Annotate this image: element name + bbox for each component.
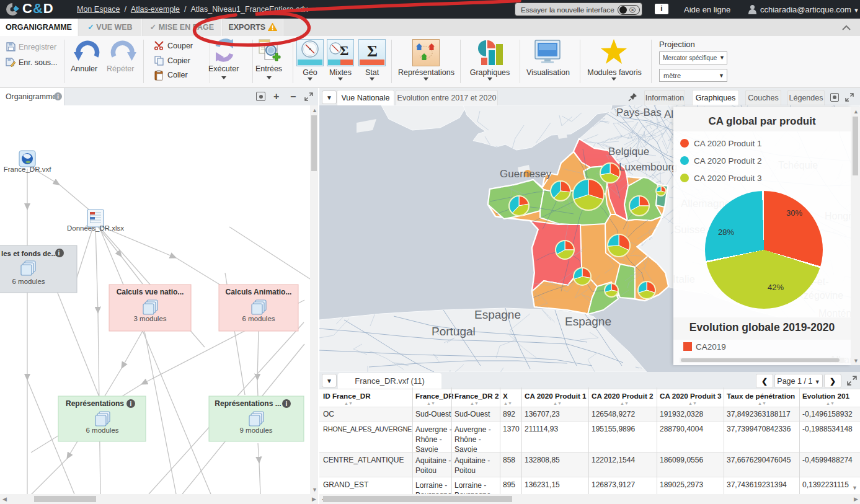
svg-text:6 modules: 6 modules <box>242 315 275 322</box>
svg-text:Pays-Bas: Pays-Bas <box>616 107 662 118</box>
svg-text:Calculs vue natio...: Calculs vue natio... <box>117 288 184 296</box>
svg-text:les et fonds de...: les et fonds de... <box>1 250 57 257</box>
svg-text:France_DR.vxf: France_DR.vxf <box>4 166 51 173</box>
svg-text:6 modules: 6 modules <box>12 278 45 285</box>
svg-text:i: i <box>286 400 288 407</box>
svg-text:Belgique: Belgique <box>608 146 649 157</box>
svg-text:6 modules: 6 modules <box>86 427 118 434</box>
svg-text:Σ: Σ <box>367 42 378 60</box>
svg-text:Espagne: Espagne <box>474 308 521 321</box>
svg-text:9 modules: 9 modules <box>239 427 272 434</box>
svg-text:3 modules: 3 modules <box>133 315 166 322</box>
svg-text:Calculs Animatio...: Calculs Animatio... <box>226 288 292 296</box>
svg-text:Représentations: Représentations <box>66 399 124 408</box>
svg-text:Luxembourg: Luxembourg <box>619 161 678 173</box>
svg-text:Portugal: Portugal <box>432 325 476 338</box>
svg-text:Σ: Σ <box>340 43 348 58</box>
svg-text:i: i <box>130 400 132 407</box>
svg-text:Données_DR.xlsx: Données_DR.xlsx <box>67 224 124 232</box>
svg-text:i: i <box>58 250 60 257</box>
svg-text:Guernesey: Guernesey <box>500 168 552 180</box>
svg-text:Représentations ...: Représentations ... <box>215 399 281 408</box>
svg-text:Espagne: Espagne <box>565 315 611 328</box>
